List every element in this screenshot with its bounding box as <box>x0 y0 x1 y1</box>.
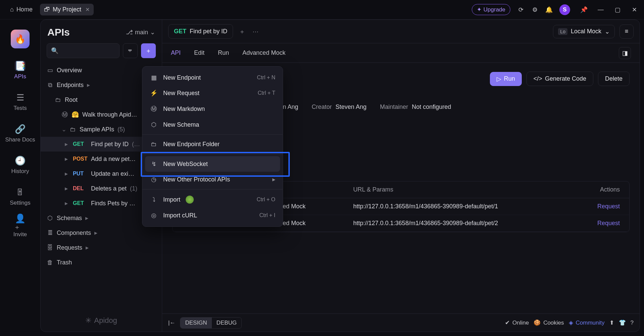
rail-item-share-docs[interactable]: 🔗 Share Docs <box>5 124 35 143</box>
markdown-icon: Ⓜ <box>61 111 68 119</box>
menu-import-curl[interactable]: ◎ Import cURL Ctrl + I <box>142 208 283 223</box>
delete-button[interactable]: Delete <box>598 72 630 86</box>
rail-item-apis[interactable]: 📑 APIs <box>14 60 26 80</box>
add-button[interactable]: ＋ <box>141 43 156 58</box>
endpoint-count: (… <box>132 141 140 148</box>
run-button[interactable]: ▷ Run <box>490 72 522 86</box>
shirt-icon[interactable]: 👕 <box>619 319 626 326</box>
stack-icon: ≣ <box>47 229 53 237</box>
subtab-api[interactable]: API <box>171 49 181 56</box>
sidebar-requests[interactable]: 🗄 Requests ▸ <box>41 240 162 255</box>
rail-item-tests[interactable]: ☰ Tests <box>13 92 27 112</box>
menu-new-schema[interactable]: ⬡ New Schema <box>142 117 283 132</box>
sidebar-footer: ✳ Apidog <box>41 309 162 332</box>
help-icon[interactable]: ? <box>631 320 634 326</box>
label: New Schema <box>163 121 199 128</box>
subtab-edit[interactable]: Edit <box>194 49 204 56</box>
seg-design[interactable]: DESIGN <box>180 318 212 328</box>
refresh-icon[interactable]: ⟳ <box>517 6 524 13</box>
method-badge: GET <box>73 200 88 206</box>
shortcut: Ctrl + T <box>258 90 275 96</box>
project-tab-label: My Project <box>53 6 81 13</box>
menu-new-markdown[interactable]: Ⓜ New Markdown <box>142 101 283 117</box>
generate-code-button[interactable]: </> Generate Code <box>526 72 593 86</box>
content-footer: |← DESIGN DEBUG ✔Online 🍪Cookies ◈Commun… <box>162 313 640 332</box>
menu-new-folder[interactable]: 🗀 New Endpoint Folder <box>142 137 283 152</box>
chevron-right-icon: ▸ <box>65 140 70 148</box>
status-online[interactable]: ✔Online <box>505 319 529 326</box>
window-close-icon[interactable]: ✕ <box>631 7 637 13</box>
label: New Request <box>163 90 199 97</box>
upgrade-button[interactable]: ✦ Upgrade <box>472 4 510 15</box>
brand-logo: ✳ Apidog <box>85 316 117 325</box>
delete-label: Delete <box>605 75 623 82</box>
home-label: Home <box>16 6 33 13</box>
check-icon: ✔ <box>505 319 510 326</box>
label: New Endpoint Folder <box>163 141 220 148</box>
panel-toggle-icon[interactable]: ◨ <box>619 47 631 59</box>
method-badge: DEL <box>73 185 88 192</box>
rail-item-settings[interactable]: 🎚 Settings <box>10 187 30 206</box>
shortcut: Ctrl + O <box>257 197 275 203</box>
home-button[interactable]: ⌂ Home <box>7 4 36 15</box>
community-link[interactable]: ◈Community <box>569 319 605 326</box>
meta-creator: Creator Steven Ang <box>312 103 366 111</box>
bell-icon[interactable]: 🔔 <box>545 6 553 13</box>
endpoints-icon: ⧉ <box>47 82 53 89</box>
curl-icon: ◎ <box>150 212 158 219</box>
titlebar: ⌂ Home 🗗 My Project ✕ ✦ Upgrade ⟳ ⚙ 🔔 S … <box>0 0 644 19</box>
avatar[interactable]: S <box>559 4 570 15</box>
folder-icon: 🗀 <box>70 126 76 133</box>
endpoint-icon: ▦ <box>150 74 158 81</box>
cookies-button[interactable]: 🍪Cookies <box>534 319 564 326</box>
menu-new-request[interactable]: ⚡ New Request Ctrl + T <box>142 85 283 101</box>
project-tab[interactable]: 🗗 My Project ✕ <box>40 4 94 15</box>
filter-button[interactable]: ⫧ <box>123 43 138 58</box>
window-maximize-icon[interactable]: ▢ <box>614 7 620 13</box>
sidebar-title: APIs <box>47 27 70 38</box>
close-tab-icon[interactable]: ✕ <box>85 6 90 13</box>
label: Schemas <box>57 215 82 222</box>
seg-debug[interactable]: DEBUG <box>212 318 241 328</box>
menu-new-endpoint[interactable]: ▦ New Endpoint Ctrl + N <box>142 70 283 85</box>
subtab-advanced-mock[interactable]: Advanced Mock <box>242 49 285 56</box>
app-logo[interactable]: 🔥 <box>11 30 30 48</box>
window-minimize-icon[interactable]: — <box>598 7 604 13</box>
menu-new-websocket[interactable]: ↯ New WebSocket <box>145 156 280 172</box>
method-badge: GET <box>73 141 88 147</box>
overview-icon: ▭ <box>47 67 53 74</box>
chevron-down-icon: ⌄ <box>605 28 610 35</box>
sidebar-trash[interactable]: 🗑 Trash <box>41 255 162 270</box>
request-link[interactable]: Request <box>576 220 623 227</box>
upload-icon[interactable]: ⬆ <box>609 319 614 326</box>
brand-label: Apidog <box>94 316 117 325</box>
subtab-run[interactable]: Run <box>218 49 229 56</box>
sample-apis-count: (5) <box>118 126 125 133</box>
new-tab-button[interactable]: ＋ <box>238 27 246 36</box>
request-link[interactable]: Request <box>576 203 623 210</box>
menu-other-protocol[interactable]: ◷ New Other Protocol APIs ▸ <box>142 172 283 187</box>
pin-icon[interactable]: 📌 <box>581 7 587 13</box>
hamburger-icon[interactable]: ≡ <box>619 25 634 39</box>
search-input[interactable]: 🔍 <box>47 43 120 58</box>
tab-row: GET Find pet by ID ＋ ⋯ Lo Local Mock ⌄ ≡ <box>162 20 640 43</box>
page-tab[interactable]: GET Find pet by ID <box>168 24 233 39</box>
plus-icon: ＋ <box>145 47 151 55</box>
th-actions: Actions <box>576 186 623 193</box>
rail-item-history[interactable]: 🕘 History <box>11 155 29 175</box>
endpoint-label: Add a new pet… <box>91 156 136 163</box>
tab-more-icon[interactable]: ⋯ <box>251 27 260 36</box>
generate-label: Generate Code <box>545 75 586 82</box>
environment-selector[interactable]: Lo Local Mock ⌄ <box>553 25 615 38</box>
endpoint-label: Find pet by ID <box>91 141 129 148</box>
db-icon: 🗄 <box>47 244 53 251</box>
branch-selector[interactable]: ⎇ main ⌄ <box>126 29 155 36</box>
history-icon: 🕘 <box>15 155 26 166</box>
chevron-right-icon: ▸ <box>65 200 70 207</box>
apis-icon: 📑 <box>15 60 26 71</box>
rail-item-invite[interactable]: 👤⁺ Invite <box>13 218 27 238</box>
sidebar-components[interactable]: ≣ Components ▸ <box>41 225 162 240</box>
settings-gear-icon[interactable]: ⚙ <box>531 6 539 13</box>
menu-import[interactable]: ⤵ Import Ctrl + O <box>142 192 283 208</box>
collapse-icon[interactable]: |← <box>168 320 175 326</box>
